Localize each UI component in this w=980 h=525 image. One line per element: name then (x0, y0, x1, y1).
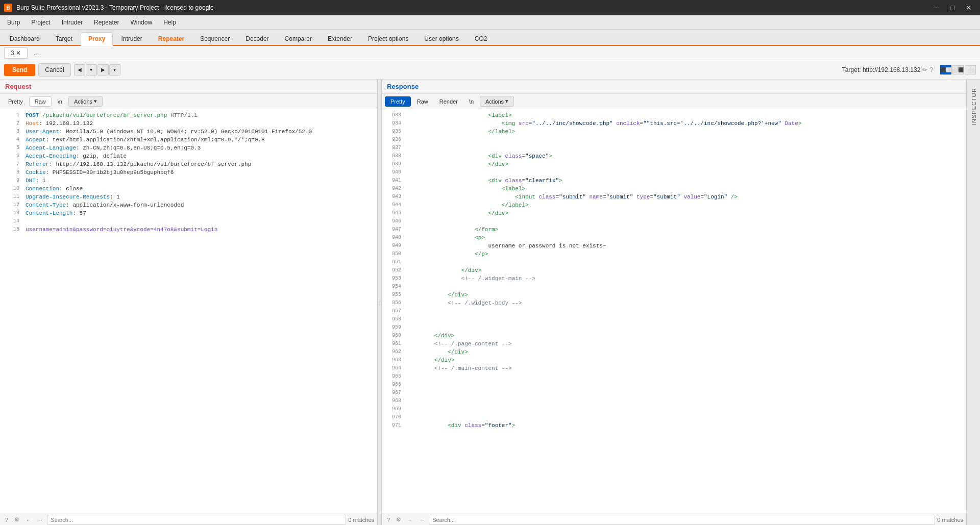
response-search-settings[interactable]: ⚙ (394, 515, 403, 524)
response-tab-raw[interactable]: Raw (412, 97, 433, 106)
line-text: POST /pikachu/vul/burteforce/bf_server.p… (26, 111, 373, 119)
line-text: </div> (407, 356, 962, 364)
menu-repeater[interactable]: Repeater (89, 17, 124, 28)
line-text (407, 389, 962, 397)
response-line: 936 (382, 136, 966, 144)
line-number: 934 (386, 119, 401, 128)
response-actions-button[interactable]: Actions ▾ (480, 96, 514, 107)
tab-decoder[interactable]: Decoder (238, 32, 276, 45)
request-tab-newline[interactable]: \n (53, 97, 67, 106)
line-number: 933 (386, 111, 401, 119)
line-number: 950 (386, 250, 401, 258)
line-number: 967 (386, 389, 401, 397)
history-nav: ◀ ▾ ▶ ▾ (74, 64, 120, 76)
menu-window[interactable]: Window (125, 17, 157, 28)
titlebar: B Burp Suite Professional v2021.3 - Temp… (0, 0, 980, 15)
target-help-icon[interactable]: ? (929, 66, 933, 73)
nav-next-button[interactable]: ▶ (97, 64, 109, 76)
response-line: 968 (382, 397, 966, 405)
response-content[interactable]: 933 <label>934 <img src="../../inc/showc… (382, 109, 966, 513)
repeater-tab-3[interactable]: 3 ✕ (4, 47, 28, 59)
response-line: 964 <!-- /.main-content --> (382, 364, 966, 372)
request-search-next[interactable]: → (35, 516, 45, 524)
request-search-input[interactable] (47, 515, 346, 525)
response-line: 947 </form> (382, 226, 966, 234)
request-search-settings[interactable]: ⚙ (12, 515, 21, 524)
line-text (407, 397, 962, 405)
line-text: username or password is not exists~ (407, 242, 962, 250)
response-tab-render[interactable]: Render (434, 97, 463, 106)
response-search-prev[interactable]: ← (405, 516, 415, 524)
nav-prev-button[interactable]: ◀ (74, 64, 85, 76)
menu-burp[interactable]: Burp (2, 17, 25, 28)
line-text: Upgrade-Insecure-Requests: 1 (26, 193, 373, 201)
nav-dropdown-button[interactable]: ▾ (86, 64, 97, 76)
menu-project[interactable]: Project (26, 17, 55, 28)
menu-intruder[interactable]: Intruder (57, 17, 88, 28)
request-search-help[interactable]: ? (3, 516, 10, 524)
response-search-bar: ? ⚙ ← → 0 matches (382, 513, 966, 525)
request-actions-button[interactable]: Actions ▾ (68, 96, 103, 107)
send-button[interactable]: Send (4, 64, 35, 76)
tab-intruder[interactable]: Intruder (113, 32, 150, 45)
line-number: 935 (386, 128, 401, 136)
response-line: 962 </div> (382, 348, 966, 356)
line-text (407, 381, 962, 389)
request-search-prev[interactable]: ← (23, 516, 33, 524)
line-text: </div> (407, 348, 962, 356)
repeater-tab-more[interactable]: ... (30, 48, 43, 58)
minimize-button[interactable]: ─ (929, 2, 943, 13)
request-tab-pretty[interactable]: Pretty (3, 97, 28, 106)
tab-target[interactable]: Target (48, 32, 80, 45)
line-text: <label> (407, 111, 962, 119)
menu-help[interactable]: Help (158, 17, 181, 28)
main-tab-bar: Dashboard Target Proxy Intruder Repeater… (0, 30, 980, 46)
cancel-button[interactable]: Cancel (38, 63, 70, 77)
request-line: 12Content-Type: application/x-www-form-u… (0, 201, 377, 209)
line-text: Cookie: PHPSESSID=30r1b2bj3u0hep9u5bguph… (26, 168, 373, 177)
maximize-button[interactable]: □ (945, 2, 960, 13)
line-number: 953 (386, 274, 401, 283)
line-text (407, 136, 962, 144)
line-number: 7 (4, 160, 19, 168)
line-text: <div class="footer"> (407, 421, 962, 430)
response-line: 961 <!-- /.page-content --> (382, 340, 966, 348)
tab-dashboard[interactable]: Dashboard (2, 32, 47, 45)
tab-repeater[interactable]: Repeater (151, 32, 192, 45)
response-tab-newline[interactable]: \n (464, 97, 479, 106)
target-edit-icon[interactable]: ✏ (922, 66, 927, 73)
nav-next-dropdown-button[interactable]: ▾ (109, 64, 120, 76)
request-content[interactable]: 1POST /pikachu/vul/burteforce/bf_server.… (0, 109, 377, 513)
tab-sequencer[interactable]: Sequencer (192, 32, 237, 45)
response-search-input[interactable] (429, 515, 935, 525)
request-line: 9DNT: 1 (0, 177, 377, 185)
line-number: 13 (4, 209, 19, 217)
tab-co2[interactable]: CO2 (467, 32, 495, 45)
response-search-next[interactable]: → (417, 516, 427, 524)
line-number: 946 (386, 217, 401, 226)
view-split-vertical[interactable]: ⬜⬛ (952, 65, 964, 74)
line-number: 940 (386, 168, 401, 177)
line-text: User-Agent: Mozilla/5.0 (Windows NT 10.0… (26, 128, 373, 136)
response-line: 953 <!-- /.widget-main --> (382, 274, 966, 283)
view-split-horizontal[interactable]: ⬛⬜ (940, 65, 951, 74)
response-line: 967 (382, 389, 966, 397)
request-tab-raw[interactable]: Raw (29, 96, 52, 107)
tab-comparer[interactable]: Comparer (277, 32, 320, 45)
line-text: </div> (407, 266, 962, 274)
response-line: 958 (382, 315, 966, 323)
tab-project-options[interactable]: Project options (360, 32, 416, 45)
response-tab-pretty[interactable]: Pretty (385, 96, 411, 107)
line-number: 948 (386, 234, 401, 242)
tab-user-options[interactable]: User options (416, 32, 466, 45)
view-single[interactable]: ⬜ (965, 65, 976, 74)
close-button[interactable]: ✕ (962, 2, 976, 13)
line-number: 1 (4, 111, 19, 119)
tab-proxy[interactable]: Proxy (81, 32, 113, 46)
panel-divider[interactable]: ⋮ (378, 80, 382, 525)
response-line: 945 </div> (382, 209, 966, 217)
line-text: username=admin&password=oiuytre&vcode=4n… (26, 226, 373, 234)
tab-extender[interactable]: Extender (320, 32, 360, 45)
response-search-help[interactable]: ? (385, 516, 392, 524)
line-number: 971 (386, 421, 401, 430)
